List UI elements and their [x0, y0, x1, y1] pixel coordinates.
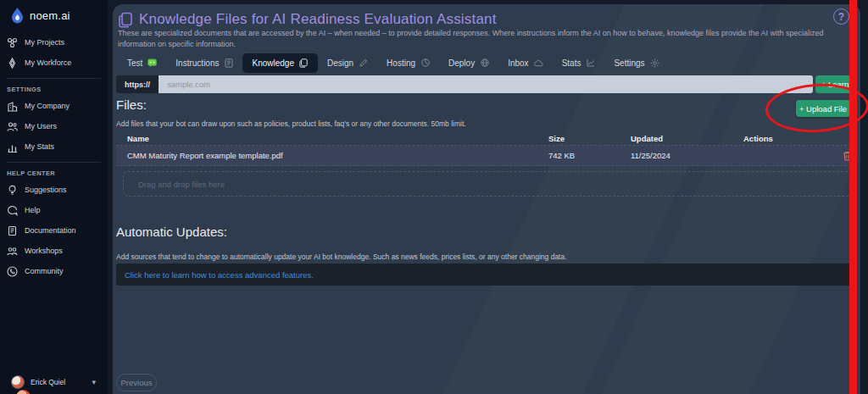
- knowledge-file-icon: [119, 12, 133, 28]
- page-header: Knowledge Files for AI Readiness Evaluat…: [119, 11, 497, 28]
- people-group-icon: [6, 245, 18, 257]
- sidebar-section-settings: SETTINGS: [0, 83, 108, 96]
- lightbulb-icon: [6, 184, 18, 196]
- table-row[interactable]: CMM Maturity Report example template.pdf…: [116, 146, 855, 166]
- cloud-icon: [534, 58, 543, 68]
- tab-inbox[interactable]: Inbox: [498, 53, 552, 73]
- globe-arrow-icon: [420, 58, 430, 68]
- chat-bubble-icon: [147, 58, 157, 68]
- column-header-size: Size: [548, 134, 631, 143]
- dropzone-label: Drag and drop files here: [138, 180, 225, 189]
- files-heading: Files:: [116, 97, 147, 112]
- users-icon: [6, 120, 18, 132]
- auto-updates-caption: Add sources that tend to change to autom…: [116, 252, 567, 261]
- protocol-chip: https://: [116, 75, 159, 93]
- page-title: Knowledge Files for AI Readiness Evaluat…: [139, 11, 497, 28]
- sidebar-item-help[interactable]: Help: [0, 200, 108, 220]
- main-panel: Knowledge Files for AI Readiness Evaluat…: [113, 4, 860, 394]
- stats-icon: [6, 141, 18, 153]
- sidebar-divider: [7, 162, 101, 163]
- document-icon: [6, 225, 18, 236]
- sidebar-item-my-users[interactable]: My Users: [0, 116, 108, 136]
- avatar: [11, 375, 25, 389]
- annotation-red-line: [849, 0, 857, 394]
- flame-drop-icon: [11, 8, 24, 24]
- sidebar: noem.ai My Projects My Workforce SETTING…: [0, 0, 108, 394]
- sidebar-item-community[interactable]: Community: [0, 261, 108, 281]
- tab-stats[interactable]: Stats: [553, 53, 605, 73]
- tab-hosting[interactable]: Hosting: [377, 53, 439, 73]
- user-name: Erick Quiel: [31, 378, 86, 386]
- advanced-features-link[interactable]: Click here to learn how to access advanc…: [125, 270, 314, 280]
- question-mark-icon: ?: [838, 11, 844, 23]
- advanced-features-bar: Click here to learn how to access advanc…: [116, 264, 852, 286]
- file-name: CMM Maturity Report example template.pdf: [116, 151, 548, 160]
- sidebar-item-my-company[interactable]: My Company: [0, 96, 108, 116]
- tab-knowledge[interactable]: Knowledge: [242, 53, 317, 73]
- workforce-icon: [6, 57, 18, 69]
- gear-icon: [650, 58, 659, 68]
- sidebar-item-documentation[interactable]: Documentation: [0, 220, 108, 241]
- sidebar-item-workshops[interactable]: Workshops: [0, 241, 108, 261]
- help-button[interactable]: ?: [833, 8, 849, 25]
- phone-circle-icon: [6, 265, 18, 277]
- sidebar-divider: [7, 78, 101, 79]
- url-input[interactable]: [159, 75, 813, 93]
- row-actions: [743, 151, 855, 161]
- learn-url-bar: https://: [116, 75, 813, 93]
- pencil-icon: [359, 58, 368, 68]
- tab-design[interactable]: Design: [318, 53, 377, 73]
- sidebar-item-my-workforce[interactable]: My Workforce: [0, 53, 108, 73]
- user-menu[interactable]: Erick Quiel ▾: [0, 370, 108, 394]
- page-description: These are specialized documents that are…: [118, 28, 847, 50]
- sidebar-item-my-stats[interactable]: My Stats: [0, 136, 108, 157]
- tab-deploy[interactable]: Deploy: [439, 53, 498, 73]
- previous-button[interactable]: Previous: [116, 374, 157, 391]
- chevron-down-icon[interactable]: ▾: [92, 378, 101, 386]
- files-caption: Add files that your bot can draw upon su…: [116, 119, 466, 128]
- speech-bubble-icon: [6, 204, 18, 216]
- column-header-actions: Actions: [743, 134, 828, 143]
- column-header-name: Name: [116, 134, 548, 143]
- brand-logo[interactable]: noem.ai: [0, 0, 108, 32]
- column-header-updated: Updated: [631, 134, 743, 143]
- tab-bar: Test Instructions Knowledge Design Hosti…: [118, 52, 669, 74]
- file-updated: 11/25/2024: [631, 151, 743, 160]
- book-copy-icon: [299, 58, 309, 68]
- chart-line-icon: [586, 58, 595, 68]
- sidebar-item-suggestions[interactable]: Suggestions: [0, 180, 108, 200]
- brand-name: noem.ai: [30, 9, 70, 22]
- file-size: 742 KB: [548, 151, 631, 160]
- files-table-header: Name Size Updated Actions: [116, 131, 855, 146]
- tab-test[interactable]: Test: [118, 53, 166, 73]
- sidebar-section-help-center: HELP CENTER: [0, 167, 108, 180]
- file-dropzone[interactable]: Drag and drop files here: [123, 171, 854, 197]
- tab-instructions[interactable]: Instructions: [166, 53, 242, 73]
- company-icon: [6, 100, 18, 112]
- upload-file-button[interactable]: + Upload File: [796, 100, 850, 117]
- document-icon: [224, 58, 233, 68]
- projects-icon: [6, 36, 18, 48]
- globe-icon: [480, 58, 489, 68]
- auto-updates-heading: Automatic Updates:: [116, 225, 227, 239]
- tab-settings[interactable]: Settings: [604, 53, 668, 73]
- sidebar-item-my-projects[interactable]: My Projects: [0, 32, 108, 53]
